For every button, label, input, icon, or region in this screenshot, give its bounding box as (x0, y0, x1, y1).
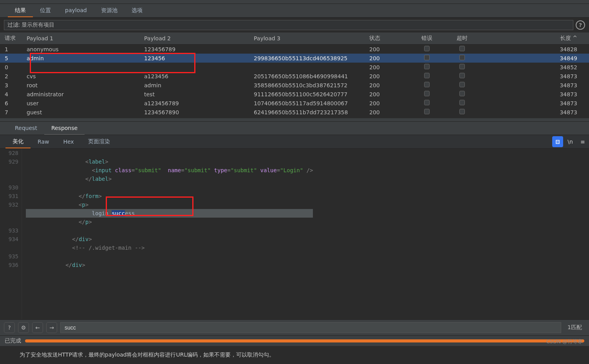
line-gutter: 928929 930931932 933934 935936 (0, 149, 22, 319)
code-body[interactable]: <label> <input class="submit" name="subm… (22, 149, 313, 319)
checkbox[interactable] (424, 82, 430, 87)
help-icon[interactable]: ? (4, 322, 15, 333)
checkbox[interactable] (459, 109, 465, 114)
results-table-wrap: 请求 Payload 1 Payload 2 Payload 3 状态 错误 超… (0, 32, 589, 121)
checkbox[interactable] (459, 73, 465, 78)
response-code[interactable]: 928929 930931932 933934 935936 <label> <… (0, 149, 589, 319)
status-text: 已完成 (5, 337, 21, 344)
col-payload3[interactable]: Payload 3 (251, 32, 366, 45)
prev-match-icon[interactable]: ← (32, 322, 43, 333)
col-request[interactable]: 请求 (0, 32, 23, 45)
checkbox[interactable] (459, 82, 465, 87)
help-icon[interactable]: ? (576, 20, 585, 30)
settings-icon[interactable]: ⚙ (18, 322, 29, 333)
horizontal-scrollbar[interactable] (0, 118, 589, 121)
checkbox[interactable] (424, 73, 430, 78)
checkbox[interactable] (424, 109, 430, 114)
checkbox[interactable] (459, 64, 465, 69)
table-row[interactable]: 6usera123456789107406650b55117ad59148000… (0, 99, 589, 108)
main-tabs: 结果 位置 payload 资源池 选项 (0, 4, 589, 18)
checkbox[interactable] (459, 55, 465, 60)
next-match-icon[interactable]: → (46, 322, 57, 333)
filter-input[interactable] (4, 20, 573, 30)
tab-hex[interactable]: Hex (56, 135, 81, 148)
checkbox[interactable] (424, 91, 430, 96)
tab-results[interactable]: 结果 (8, 4, 33, 17)
filter-bar: ? (0, 18, 589, 32)
tab-request[interactable]: Request (8, 122, 44, 135)
col-length[interactable]: 长度 ^ (480, 32, 589, 45)
table-row[interactable]: 3rootadmin358586650b5510c3bd387621572200… (0, 81, 589, 90)
checkbox[interactable] (424, 64, 430, 69)
status-bar: 已完成 (0, 335, 589, 346)
table-row[interactable]: 4administratortest911126650b551100c56264… (0, 90, 589, 99)
progress-bar (25, 339, 584, 342)
col-payload2[interactable]: Payload 2 (141, 32, 251, 45)
table-row[interactable]: 2cvsa123456205176650b551086b469099844120… (0, 72, 589, 81)
tab-raw[interactable]: Raw (31, 135, 56, 148)
watermark: CSDN @竹等寒 (546, 338, 583, 345)
table-row[interactable]: 5admin123456299836650b55113dcd4065389252… (0, 54, 589, 63)
search-input[interactable] (60, 322, 561, 333)
table-row[interactable]: 020034852 (0, 63, 589, 72)
tab-positions[interactable]: 位置 (33, 4, 58, 17)
hint-text: 为了安全地发送HTTP请求，最终的payload将会对框框内容进行URL编码，如… (0, 346, 589, 364)
req-resp-tabs: Request Response (0, 121, 589, 135)
col-payload1[interactable]: Payload 1 (23, 32, 141, 45)
table-row[interactable]: 1anonymous12345678920034828 (0, 45, 589, 54)
checkbox[interactable] (424, 55, 430, 60)
newline-icon[interactable]: \n (565, 136, 576, 147)
col-status[interactable]: 状态 (366, 32, 409, 45)
tab-render[interactable]: 页面渲染 (81, 135, 117, 148)
view-tabs: 美化 Raw Hex 页面渲染 ⊟ \n ≡ (0, 135, 589, 149)
checkbox[interactable] (459, 91, 465, 96)
tab-pretty[interactable]: 美化 (5, 135, 31, 148)
tab-pool[interactable]: 资源池 (94, 4, 125, 17)
tab-options[interactable]: 选项 (125, 4, 150, 17)
match-count: 1匹配 (564, 324, 585, 331)
checkbox[interactable] (424, 46, 430, 51)
tab-payload[interactable]: payload (58, 4, 94, 17)
results-table: 请求 Payload 1 Payload 2 Payload 3 状态 错误 超… (0, 32, 589, 117)
menu-icon[interactable]: ≡ (577, 136, 588, 147)
search-bar: ? ⚙ ← → 1匹配 (0, 319, 589, 335)
table-row[interactable]: 7guest1234567890624196650b5511b7dd723217… (0, 108, 589, 117)
checkbox[interactable] (424, 100, 430, 105)
checkbox[interactable] (459, 46, 465, 51)
tab-response[interactable]: Response (44, 122, 85, 135)
layout-icon[interactable]: ⊟ (552, 136, 563, 147)
window-top-bar (0, 0, 589, 4)
col-error[interactable]: 错误 (409, 32, 444, 45)
checkbox[interactable] (459, 100, 465, 105)
progress-fill (25, 339, 584, 342)
col-timeout[interactable]: 超时 (444, 32, 480, 45)
